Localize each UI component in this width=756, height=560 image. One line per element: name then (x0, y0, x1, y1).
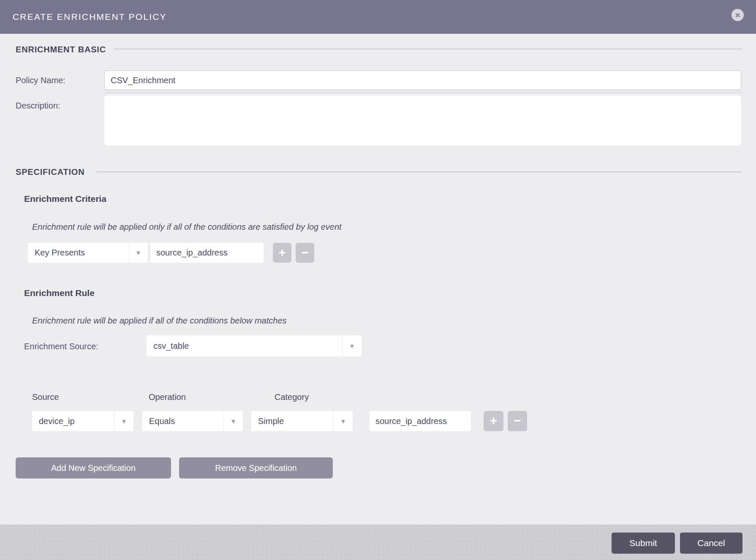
section-divider (114, 49, 742, 49)
plus-icon: + (278, 246, 286, 259)
submit-button[interactable]: Submit (612, 533, 675, 554)
close-button[interactable]: × (732, 9, 744, 21)
chevron-down-icon: ▼ (342, 335, 362, 356)
criteria-operator-value: Key Presents (28, 243, 128, 263)
enrichment-source-dropdown[interactable]: csv_table ▼ (147, 335, 362, 356)
dialog-footer: Submit Cancel (0, 525, 756, 560)
section-heading-enrichment-basic: ENRICHMENT BASIC (16, 44, 106, 54)
chevron-down-icon: ▼ (223, 411, 243, 431)
chevron-down-icon: ▼ (128, 243, 148, 263)
policy-name-label: Policy Name: (16, 75, 65, 85)
remove-specification-button[interactable]: Remove Specification (179, 457, 333, 478)
column-label-operation: Operation (149, 392, 186, 402)
input-underline (105, 92, 741, 93)
rule-source-dropdown[interactable]: device_ip ▼ (32, 411, 133, 431)
enrichment-criteria-helper: Enrichment rule will be applied only if … (32, 221, 342, 232)
cancel-button[interactable]: Cancel (680, 533, 742, 554)
enrichment-source-label: Enrichment Source: (24, 341, 98, 351)
close-icon: × (735, 11, 740, 19)
chevron-down-icon: ▼ (114, 411, 133, 431)
enrichment-criteria-heading: Enrichment Criteria (24, 193, 106, 204)
criteria-remove-button[interactable]: − (296, 243, 314, 263)
rule-category-value: Simple (251, 411, 333, 431)
policy-name-input[interactable] (104, 71, 741, 90)
dialog-header: CREATE ENRICHMENT POLICY × (0, 0, 756, 34)
criteria-operator-dropdown[interactable]: Key Presents ▼ (28, 243, 148, 263)
rule-add-button[interactable]: + (484, 411, 503, 431)
rule-operation-dropdown[interactable]: Equals ▼ (142, 411, 243, 431)
enrichment-rule-heading: Enrichment Rule (24, 288, 95, 299)
create-enrichment-policy-dialog: CREATE ENRICHMENT POLICY × ENRICHMENT BA… (0, 0, 756, 560)
rule-remove-button[interactable]: − (508, 411, 527, 431)
description-label: Description: (16, 101, 60, 111)
rule-operation-value: Equals (142, 411, 223, 431)
dialog-title: CREATE ENRICHMENT POLICY (13, 0, 167, 34)
enrichment-source-value: csv_table (147, 335, 342, 356)
minus-icon: − (301, 246, 309, 259)
criteria-add-button[interactable]: + (273, 243, 291, 263)
rule-source-value: device_ip (32, 411, 114, 431)
column-label-source: Source (32, 392, 59, 402)
add-new-specification-button[interactable]: Add New Specification (16, 457, 171, 478)
rule-value-input[interactable] (370, 411, 471, 431)
minus-icon: − (514, 414, 521, 427)
description-textarea[interactable] (104, 95, 741, 146)
column-label-category: Category (275, 392, 309, 402)
plus-icon: + (490, 414, 498, 427)
criteria-key-input[interactable] (150, 243, 264, 263)
enrichment-rule-helper: Enrichment rule will be applied if all o… (32, 315, 287, 326)
rule-category-dropdown[interactable]: Simple ▼ (251, 411, 353, 431)
chevron-down-icon: ▼ (333, 411, 353, 431)
section-heading-specification: SPECIFICATION (16, 167, 84, 177)
section-divider (96, 171, 742, 172)
